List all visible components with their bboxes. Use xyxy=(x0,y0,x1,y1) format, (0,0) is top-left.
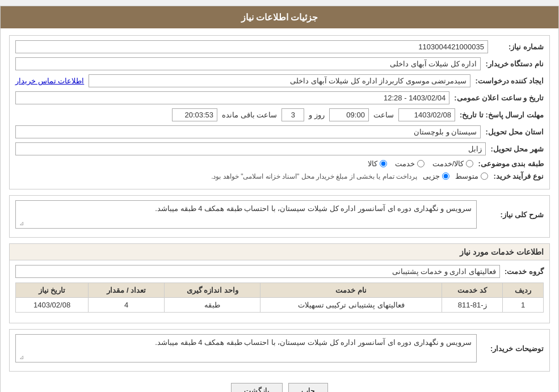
process-partial-item: جزیی xyxy=(423,172,449,180)
subject-goods-label: کالا xyxy=(368,159,377,168)
buyer-resize-handle[interactable]: ⊿ xyxy=(17,354,24,361)
col-row-num: ردیف xyxy=(503,283,544,298)
response-deadline-label: مهلت ارسال پاسخ: تا تاریخ: xyxy=(460,111,544,119)
process-row: نوع فرآیند خرید: متوسط جزیی پرداخت تمام … xyxy=(15,172,544,180)
province-label: استان محل تحویل: xyxy=(485,128,544,136)
services-table: ردیف کد خدمت نام خدمت واحد اندازه گیری ت… xyxy=(15,283,544,313)
description-value: سرویس و نگهداری دوره ای آسانسور اداره کل… xyxy=(15,200,477,229)
org-name-value: اداره کل شیلات آبهای داخلی xyxy=(15,57,481,70)
buyer-notes-value: سرویس و نگهداری دوره ای آسانسور اداره کل… xyxy=(15,334,477,363)
back-button[interactable]: بازگشت xyxy=(231,383,283,392)
cell-service-code: ز-81-811 xyxy=(442,298,503,313)
response-date: 1403/02/08 xyxy=(398,108,455,121)
table-header: ردیف کد خدمت نام خدمت واحد اندازه گیری ت… xyxy=(16,283,544,298)
table-body: 1 ز-81-811 فعالیتهای پشتیبانی ترکیبی تسه… xyxy=(16,298,544,313)
subject-goods-service-item: کالا/خدمت xyxy=(432,159,474,168)
org-name-label: نام دستگاه خریدار: xyxy=(485,60,544,68)
group-row: گروه خدمت: فعالیتهای اداری و خدمات پشتیب… xyxy=(15,265,544,278)
subject-goods-item: کالا xyxy=(368,159,387,168)
main-info-section: شماره نیاز: 1103004421000035 نام دستگاه … xyxy=(9,35,550,189)
response-time: 09:00 xyxy=(329,108,369,121)
city-value: زابل xyxy=(15,142,486,155)
services-header: اطلاعات خدمات مورد نیاز xyxy=(10,244,549,260)
org-name-row: نام دستگاه خریدار: اداره کل شیلات آبهای … xyxy=(15,57,544,70)
subject-service-item: خدمت xyxy=(395,159,424,168)
process-medium-label: متوسط xyxy=(455,172,478,180)
response-days: 3 xyxy=(281,108,304,121)
creator-row: ایجاد کننده درخواست: سیدمرتضی موسوی کارب… xyxy=(15,74,544,87)
col-quantity: تعداد / مقدار xyxy=(89,283,165,298)
description-row: شرح کلی نیاز: سرویس و نگهداری دوره ای آس… xyxy=(15,200,544,229)
cell-row-num: 1 xyxy=(503,298,544,313)
province-row: استان محل تحویل: سیستان و بلوچستان xyxy=(15,125,544,138)
group-value: فعالیتهای اداری و خدمات پشتیبانی xyxy=(15,265,500,278)
subject-goods-service-label: کالا/خدمت xyxy=(432,159,464,168)
subject-service-label: خدمت xyxy=(395,159,415,168)
response-remaining-label: ساعت باقی مانده xyxy=(222,111,277,119)
resize-handle[interactable]: ⊿ xyxy=(17,220,24,227)
creator-value: سیدمرتضی موسوی کاربرداز اداره کل شیلات آ… xyxy=(89,74,470,87)
cell-date: 1403/02/08 xyxy=(16,298,89,313)
response-remaining: 20:03:53 xyxy=(172,108,217,121)
header-row: ردیف کد خدمت نام خدمت واحد اندازه گیری ت… xyxy=(16,283,544,298)
table-row: 1 ز-81-811 فعالیتهای پشتیبانی ترکیبی تسه… xyxy=(16,298,544,313)
process-text: پرداخت تمام یا بخشی از مبلغ خریدار محل "… xyxy=(211,172,417,180)
city-row: شهر محل تحویل: زابل xyxy=(15,142,544,155)
col-date: تاریخ نیاز xyxy=(16,283,89,298)
services-section: اطلاعات خدمات مورد نیاز گروه خدمت: فعالی… xyxy=(9,243,550,323)
process-partial-radio[interactable] xyxy=(442,172,449,180)
cell-service-name: فعالیتهای پشتیبانی ترکیبی تسهیلات xyxy=(260,298,442,313)
subject-service-radio[interactable] xyxy=(417,160,424,167)
date-value: 1403/02/04 - 12:28 xyxy=(15,91,449,104)
col-unit: واحد اندازه گیری xyxy=(165,283,260,298)
col-service-code: کد خدمت xyxy=(442,283,503,298)
description-section: شرح کلی نیاز: سرویس و نگهداری دوره ای آس… xyxy=(9,195,550,238)
creator-link[interactable]: اطلاعات تماس خریدار xyxy=(15,77,84,85)
buyer-notes-label: توضیحات خریدار: xyxy=(481,344,544,353)
process-medium-radio[interactable] xyxy=(481,172,488,180)
response-days-label: روز و xyxy=(309,111,325,119)
response-time-label: ساعت xyxy=(373,111,394,119)
subject-goods-radio[interactable] xyxy=(380,160,387,167)
date-row: تاریخ و ساعت اعلان عمومی: 1403/02/04 - 1… xyxy=(15,91,544,104)
subject-label: طبقه بندی موضوعی: xyxy=(478,159,544,168)
process-partial-label: جزیی xyxy=(423,172,440,180)
process-label: نوع فرآیند خرید: xyxy=(493,172,544,180)
col-service-name: نام خدمت xyxy=(260,283,442,298)
cell-unit: طبقه xyxy=(165,298,260,313)
city-label: شهر محل تحویل: xyxy=(490,145,544,153)
need-number-label: شماره نیاز: xyxy=(493,43,544,51)
need-number-value: 1103004421000035 xyxy=(15,40,488,53)
process-medium-item: متوسط xyxy=(455,172,488,180)
subject-radio-group: کالا/خدمت خدمت کالا xyxy=(368,159,474,168)
buyer-notes-section: توضیحات خریدار: سرویس و نگهداری دوره ای … xyxy=(9,329,550,372)
need-number-row: شماره نیاز: 1103004421000035 xyxy=(15,40,544,53)
response-deadline-row: مهلت ارسال پاسخ: تا تاریخ: 1403/02/08 سا… xyxy=(15,108,544,121)
description-label: شرح کلی نیاز: xyxy=(481,210,544,219)
process-options: متوسط جزیی پرداخت تمام یا بخشی از مبلغ خ… xyxy=(211,172,488,180)
cell-quantity: 4 xyxy=(89,298,165,313)
subject-row: طبقه بندی موضوعی: کالا/خدمت خدمت کالا xyxy=(15,159,544,168)
group-label: گروه خدمت: xyxy=(505,267,544,276)
buyer-notes-row: توضیحات خریدار: سرویس و نگهداری دوره ای … xyxy=(15,334,544,363)
province-value: سیستان و بلوچستان xyxy=(15,125,481,138)
subject-goods-service-radio[interactable] xyxy=(466,160,473,167)
creator-label: ایجاد کننده درخواست: xyxy=(475,77,544,85)
print-button[interactable]: چاپ xyxy=(288,383,328,392)
date-label: تاریخ و ساعت اعلان عمومی: xyxy=(454,94,544,102)
page-title: جزئیات اطلاعات نیاز xyxy=(1,6,558,28)
buttons-row: چاپ بازگشت xyxy=(9,377,550,392)
